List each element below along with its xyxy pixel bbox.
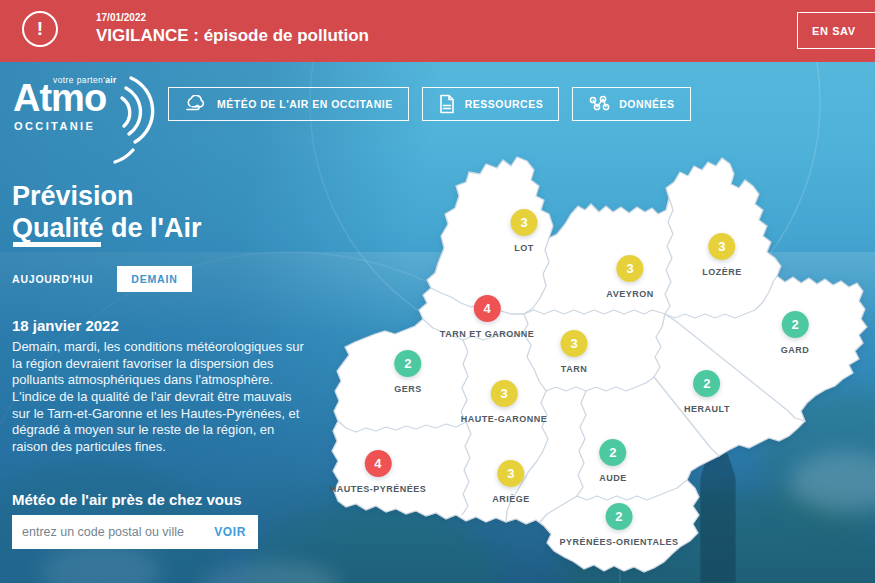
department-gard: 2GARD [781, 311, 810, 355]
department-label-ariege: ARIÈGE [492, 494, 530, 504]
aqi-badge-ariege[interactable]: 3 [497, 460, 524, 487]
department-label-gers: GERS [394, 384, 422, 394]
alert-date: 17/01/2022 [96, 12, 146, 23]
atmo-occitanie-page: 3LOT3AVEYRON3LOZÈRE2GARD4TARN ET GARONNE… [0, 0, 875, 583]
logo-brand-text: Atmo [13, 79, 106, 117]
nav-meteo-button[interactable]: MÉTÉO DE L'AIR EN OCCITANIE [168, 87, 409, 121]
nav-donnees-label: DONNÉES [619, 98, 674, 110]
nav-meteo-label: MÉTÉO DE L'AIR EN OCCITANIE [217, 98, 393, 110]
aqi-badge-pyrenees-orientales[interactable]: 2 [605, 503, 632, 530]
tab-aujourdhui[interactable]: AUJOURD'HUI [12, 266, 93, 292]
data-nodes-icon [588, 95, 610, 113]
aqi-badge-lot[interactable]: 3 [511, 209, 538, 236]
title-underline [13, 242, 101, 247]
department-label-pyrenees-orientales: PYRÉNÉES-ORIENTALES [560, 537, 679, 547]
department-ariege: 3ARIÈGE [492, 460, 530, 504]
aqi-badge-gers[interactable]: 2 [394, 350, 421, 377]
alert-exclamation-icon: ! [22, 11, 58, 47]
page-title: Prévision Qualité de l'Air [12, 180, 201, 245]
department-label-tarn-et-garonne: TARN ET GARONNE [440, 329, 534, 339]
day-tabs: AUJOURD'HUI DEMAIN [12, 266, 192, 292]
forecast-date: 18 janvier 2022 [12, 317, 119, 334]
logo-region-text: OCCITANIE [14, 120, 95, 132]
department-tarn: 3TARN [561, 330, 588, 374]
department-lot: 3LOT [511, 209, 538, 253]
aqi-badge-tarn-et-garonne[interactable]: 4 [474, 295, 501, 322]
department-label-lot: LOT [514, 243, 534, 253]
aqi-badge-gard[interactable]: 2 [782, 311, 809, 338]
nav-ressources-button[interactable]: RESSOURCES [422, 87, 560, 121]
department-label-haute-garonne: HAUTE-GARONNE [461, 414, 548, 424]
department-gers: 2GERS [394, 350, 422, 394]
department-lozere: 3LOZÈRE [702, 233, 742, 277]
department-label-tarn: TARN [561, 364, 587, 374]
department-tarn-et-garonne: 4TARN ET GARONNE [440, 295, 534, 339]
aqi-badge-aude[interactable]: 2 [599, 439, 626, 466]
search-section-label: Météo de l'air près de chez vous [12, 491, 241, 508]
postal-search-box: VOIR [12, 515, 258, 549]
sound-waves-icon [111, 70, 166, 165]
aqi-badge-lozere[interactable]: 3 [708, 233, 735, 260]
department-aude: 2AUDE [599, 439, 627, 483]
cloud-icon [184, 95, 208, 113]
aqi-badge-tarn[interactable]: 3 [561, 330, 588, 357]
department-label-aveyron: AVEYRON [606, 289, 653, 299]
department-haute-garonne: 3HAUTE-GARONNE [461, 380, 548, 424]
forecast-description: Demain, mardi, les conditions météorolog… [12, 339, 310, 455]
aqi-badge-aveyron[interactable]: 3 [617, 255, 644, 282]
en-savoir-plus-button[interactable]: EN SAV [797, 12, 875, 49]
department-label-hautes-pyrenees: HAUTES-PYRÉNÉES [330, 484, 427, 494]
voir-button[interactable]: VOIR [202, 525, 258, 539]
department-hautes-pyrenees: 4HAUTES-PYRÉNÉES [330, 450, 427, 494]
department-label-herault: HERAULT [684, 404, 730, 414]
main-nav: MÉTÉO DE L'AIR EN OCCITANIE RESSOURCES D… [168, 87, 691, 121]
aqi-badge-herault[interactable]: 2 [693, 370, 720, 397]
page-background: 3LOT3AVEYRON3LOZÈRE2GARD4TARN ET GARONNE… [0, 62, 875, 583]
alert-title: VIGILANCE : épisode de pollution [96, 26, 369, 46]
postal-code-input[interactable] [12, 525, 202, 539]
pollution-alert-banner[interactable]: ! 17/01/2022 VIGILANCE : épisode de poll… [0, 0, 875, 62]
department-aveyron: 3AVEYRON [606, 255, 653, 299]
aqi-badge-hautes-pyrenees[interactable]: 4 [364, 450, 391, 477]
department-herault: 2HERAULT [684, 370, 730, 414]
department-label-aude: AUDE [599, 473, 627, 483]
department-pyrenees-orientales: 2PYRÉNÉES-ORIENTALES [560, 503, 679, 547]
nav-ressources-label: RESSOURCES [465, 98, 544, 110]
tab-demain[interactable]: DEMAIN [117, 266, 191, 292]
atmo-logo[interactable]: votre parten'air Atmo OCCITANIE [13, 70, 163, 162]
aqi-badge-haute-garonne[interactable]: 3 [491, 380, 518, 407]
nav-donnees-button[interactable]: DONNÉES [572, 87, 690, 121]
department-label-lozere: LOZÈRE [702, 267, 742, 277]
department-label-gard: GARD [781, 345, 810, 355]
document-icon [438, 94, 456, 114]
